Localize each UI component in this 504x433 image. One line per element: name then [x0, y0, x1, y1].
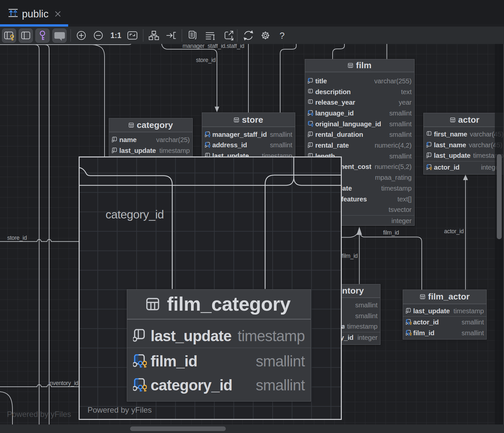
svg-text:actor_id: actor_id	[444, 228, 464, 235]
svg-text:manager_staff_id.staff_id: manager_staff_id.staff_id	[183, 44, 244, 50]
svg-text:store_id: store_id	[196, 57, 216, 64]
svg-text:film_id: film_id	[342, 253, 358, 259]
svg-text:?: ?	[280, 31, 285, 41]
svg-text:film_id: film_id	[383, 229, 399, 236]
svg-text:store_id: store_id	[7, 235, 27, 241]
svg-text:category_id: category_id	[106, 208, 164, 221]
svg-text:1:1: 1:1	[110, 31, 121, 40]
svg-text:inventory_id: inventory_id	[48, 380, 78, 387]
